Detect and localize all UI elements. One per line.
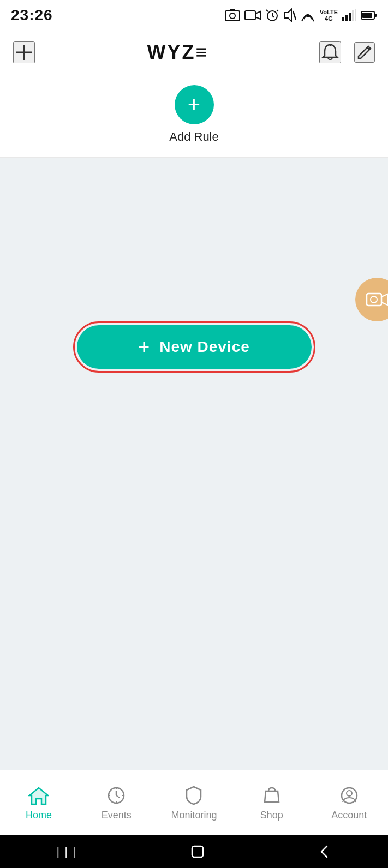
add-rule-section: + Add Rule <box>0 74 388 158</box>
svg-marker-27 <box>381 294 387 305</box>
nav-item-events[interactable]: Events <box>77 785 155 821</box>
battery-icon <box>361 10 377 20</box>
svg-rect-2 <box>245 11 255 20</box>
add-rule-plus-icon: + <box>188 93 200 115</box>
signal-icon <box>342 9 356 21</box>
account-icon <box>338 785 360 806</box>
nav-label-events: Events <box>102 810 132 821</box>
nav-item-shop[interactable]: Shop <box>233 785 311 821</box>
home-icon <box>28 785 50 806</box>
new-device-button[interactable]: + New Device <box>77 325 312 369</box>
status-icons: VoLTE 4G <box>225 8 377 22</box>
svg-rect-39 <box>192 846 203 857</box>
nav-item-account[interactable]: Account <box>311 785 388 821</box>
svg-line-10 <box>293 11 296 20</box>
status-time: 23:26 <box>11 7 53 24</box>
shop-icon <box>261 785 283 806</box>
system-nav-home[interactable] <box>190 844 205 859</box>
svg-marker-9 <box>285 9 291 21</box>
svg-marker-29 <box>29 788 48 804</box>
nav-item-home[interactable]: Home <box>0 785 77 821</box>
new-device-plus-icon: + <box>138 337 150 357</box>
monitoring-icon <box>183 785 205 806</box>
nav-label-account: Account <box>331 810 367 821</box>
network-indicator: VoLTE 4G <box>320 9 338 22</box>
edit-button[interactable] <box>354 42 375 63</box>
app-bar: WYZ≡ <box>0 31 388 74</box>
svg-point-26 <box>371 296 377 303</box>
svg-line-8 <box>277 10 278 11</box>
svg-point-38 <box>347 791 352 796</box>
main-content: + New Device <box>0 158 388 770</box>
add-rule-button[interactable]: + <box>175 85 214 124</box>
new-device-highlight: + New Device <box>73 321 315 373</box>
svg-rect-15 <box>352 10 354 21</box>
svg-rect-18 <box>362 13 372 18</box>
nav-label-home: Home <box>26 810 52 821</box>
video-icon <box>244 9 261 21</box>
new-device-label: New Device <box>159 338 250 356</box>
svg-marker-3 <box>255 11 260 19</box>
svg-rect-25 <box>367 294 381 306</box>
photo-icon <box>225 9 240 21</box>
svg-point-1 <box>230 13 235 19</box>
events-icon <box>105 785 127 806</box>
system-nav: | | | <box>0 835 388 868</box>
nav-item-monitoring[interactable]: Monitoring <box>155 785 232 821</box>
svg-rect-16 <box>355 9 356 21</box>
system-back-icon <box>318 844 331 859</box>
svg-rect-13 <box>345 15 348 21</box>
add-button[interactable] <box>13 41 35 63</box>
svg-rect-14 <box>349 13 351 21</box>
svg-rect-19 <box>375 14 377 17</box>
status-bar: 23:26 <box>0 0 388 31</box>
system-nav-recents[interactable]: | | | <box>57 846 77 858</box>
nav-label-shop: Shop <box>260 810 283 821</box>
bottom-nav: Home Events Monitoring <box>0 770 388 835</box>
system-nav-back[interactable] <box>318 844 331 859</box>
mute-icon <box>284 8 296 22</box>
nav-label-monitoring: Monitoring <box>171 810 217 821</box>
alarm-icon <box>265 8 279 22</box>
notifications-button[interactable] <box>319 41 341 63</box>
wyze-logo: WYZ≡ <box>147 41 207 64</box>
app-bar-actions <box>319 41 375 63</box>
svg-line-7 <box>266 10 268 11</box>
svg-line-32 <box>116 795 120 798</box>
hotspot-icon <box>300 8 315 22</box>
svg-rect-12 <box>342 17 344 21</box>
camera-bubble-icon <box>366 291 388 308</box>
add-rule-label: Add Rule <box>169 130 219 144</box>
svg-rect-0 <box>225 11 240 21</box>
svg-line-6 <box>272 16 274 17</box>
system-home-icon <box>190 844 205 859</box>
floating-camera-bubble[interactable] <box>355 278 388 321</box>
